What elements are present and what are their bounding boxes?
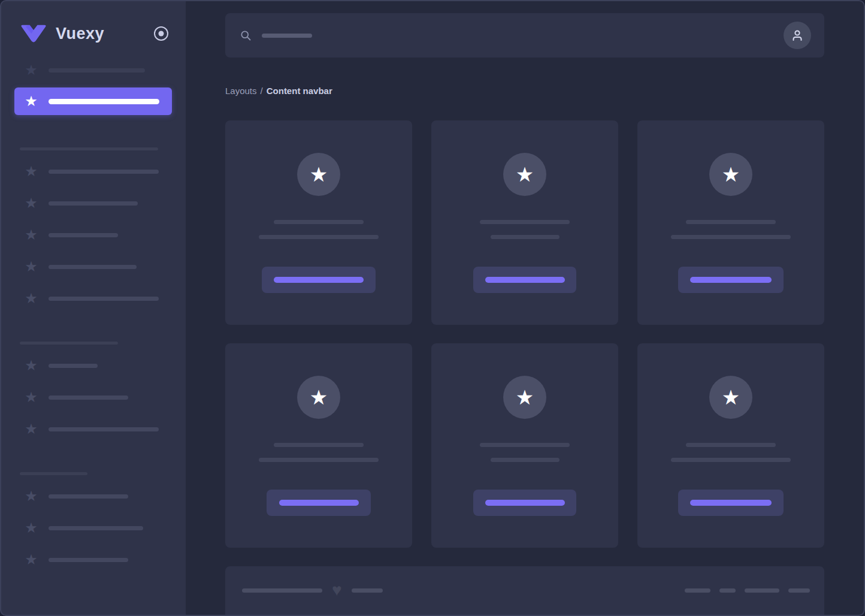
sidebar-item-placeholder [49,364,98,368]
app-window: Vuexy ★ ★ ★★★★★★★★★★★ [0,0,865,616]
menu-pin-icon[interactable] [154,26,168,41]
card-text-placeholder [259,235,379,239]
placeholder-card: ★ [225,343,412,548]
sidebar-item[interactable]: ★ [0,192,186,214]
footer-link-placeholder [788,588,810,593]
star-icon: ★ [722,387,740,407]
star-icon: ★ [310,164,328,185]
app-title: Vuexy [56,25,104,43]
sidebar-item-placeholder [49,297,159,301]
star-icon: ★ [24,63,38,77]
sidebar-item[interactable]: ★ [0,386,186,408]
sidebar-section-header [20,342,118,345]
star-icon: ★ [24,259,38,274]
placeholder-card: ★ [431,343,618,548]
star-icon: ★ [310,387,328,407]
card-action-button[interactable] [473,490,576,516]
card-avatar-circle: ★ [297,376,340,419]
sidebar-item[interactable]: ★ [0,517,186,539]
card-text-placeholder [480,443,570,447]
star-icon: ★ [24,521,38,535]
card-action-button[interactable] [267,490,371,516]
sidebar-item[interactable]: ★ [0,288,186,309]
sidebar-item-placeholder [49,427,159,431]
sidebar-section-header [20,147,158,150]
star-icon: ★ [24,390,38,404]
button-label-placeholder [690,500,772,506]
sidebar-item-placeholder [49,99,159,104]
footer-link-placeholder [719,588,736,593]
star-icon: ★ [516,387,534,407]
star-icon: ★ [24,552,38,567]
card-text-placeholder [491,458,559,462]
card-text-placeholder [686,443,776,447]
star-icon: ★ [24,94,38,108]
sidebar-item[interactable]: ★ [0,59,186,81]
breadcrumb-current: Content navbar [267,86,332,96]
sidebar-item-placeholder [49,68,145,73]
top-navbar [225,13,824,58]
footer-card: ♥ [225,566,824,616]
placeholder-card: ★ [637,343,824,548]
star-icon: ★ [24,358,38,373]
button-label-placeholder [485,500,565,506]
star-icon: ★ [722,164,740,185]
card-text-placeholder [686,220,776,224]
card-grid: ★★★★★★ [225,120,824,548]
footer-text-placeholder [352,588,383,593]
footer-link-placeholder [745,588,779,593]
heart-icon: ♥ [332,582,342,599]
sidebar-item-placeholder [49,494,128,499]
footer-text-placeholder [242,588,322,593]
sidebar-item[interactable]: ★ [0,418,186,440]
footer-link-placeholder [685,588,710,593]
card-avatar-circle: ★ [503,376,546,419]
card-text-placeholder [259,458,379,462]
footer-left-group: ♥ [242,582,383,599]
user-avatar[interactable] [784,22,811,49]
sidebar-logo-row: Vuexy [20,20,168,47]
card-avatar-circle: ★ [709,153,752,196]
breadcrumb: Layouts / Content navbar [225,86,824,96]
breadcrumb-parent[interactable]: Layouts [225,86,257,96]
sidebar-item[interactable]: ★ [0,355,186,376]
sidebar-item[interactable]: ★ [0,161,186,182]
search-icon [240,29,252,41]
card-text-placeholder [671,235,791,239]
button-label-placeholder [690,277,772,283]
sidebar-section-header [20,472,87,475]
card-action-button[interactable] [473,267,576,293]
button-label-placeholder [274,277,364,283]
star-icon: ★ [24,291,38,306]
card-text-placeholder [480,220,570,224]
sidebar-item[interactable]: ★ [0,224,186,246]
person-icon [790,28,804,43]
sidebar: Vuexy ★ ★ ★★★★★★★★★★★ [0,0,186,616]
sidebar-item[interactable]: ★ [0,485,186,507]
search-input[interactable] [240,29,784,41]
button-label-placeholder [279,500,359,506]
card-action-button[interactable] [678,490,784,516]
star-icon: ★ [24,164,38,179]
vuexy-logo-icon [20,24,47,43]
sidebar-item[interactable]: ★ [0,256,186,277]
card-text-placeholder [274,220,364,224]
card-text-placeholder [671,458,791,462]
card-text-placeholder [491,235,559,239]
star-icon: ★ [24,196,38,210]
star-icon: ★ [516,164,534,185]
sidebar-item-placeholder [49,170,159,174]
card-action-button[interactable] [262,267,376,293]
sidebar-item-placeholder [49,395,128,400]
card-action-button[interactable] [678,267,784,293]
card-avatar-circle: ★ [709,376,752,419]
sidebar-item[interactable]: ★ [0,549,186,570]
star-icon: ★ [24,228,38,242]
sidebar-menu-sections: ★★★★★★★★★★★ [0,147,186,570]
sidebar-item-active[interactable]: ★ [14,87,172,115]
sidebar-item-placeholder [49,526,143,530]
footer-right-group [685,588,810,593]
card-avatar-circle: ★ [503,153,546,196]
sidebar-item-placeholder [49,558,128,562]
card-text-placeholder [274,443,364,447]
